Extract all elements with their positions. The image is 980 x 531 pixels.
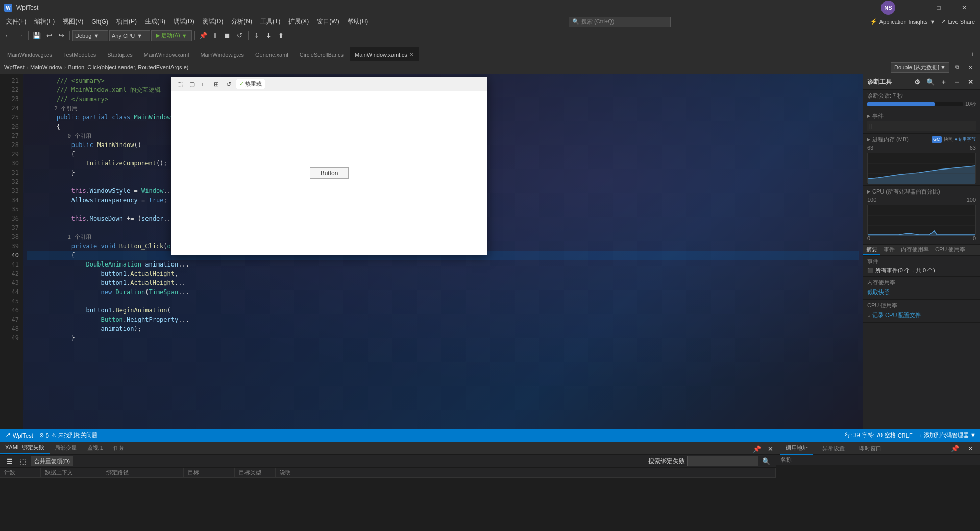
close-button[interactable]: ✕	[952, 0, 976, 15]
tab-exceptions[interactable]: 异常设置	[817, 442, 850, 455]
tb-forward[interactable]: →	[14, 30, 26, 41]
add-code-button[interactable]: + 添加到代码管理器 ▼	[919, 431, 976, 439]
hot-reload-check-icon: ✓	[239, 81, 244, 87]
diag-close-icon[interactable]: ✕	[965, 76, 976, 87]
diag-tab-summary[interactable]: 摘要	[863, 245, 880, 255]
tab-call-addr[interactable]: 调用地址	[780, 442, 813, 455]
line-num: 47	[0, 315, 19, 324]
tab-testmodel[interactable]: TestModel.cs	[58, 47, 101, 61]
bottom-area: XAML 绑定失败 局部变量 监视 1 任务 📌 ✕ ☰ ⬚ 合并重复项(D) …	[0, 442, 980, 531]
start-debug-button[interactable]: ▶ 启动(A) ▼	[151, 30, 192, 41]
exceptions-label: 异常设置	[822, 445, 845, 452]
diag-zoom-out-icon[interactable]: −	[951, 76, 963, 87]
menu-test[interactable]: 测试(D)	[199, 15, 228, 28]
menu-view[interactable]: 视图(V)	[59, 15, 87, 28]
bottom-panel-close-icon[interactable]: ✕	[765, 443, 776, 454]
errors-status[interactable]: ⊗ 0 ⚠ 未找到相关问题	[39, 431, 97, 439]
breadcrumb-project[interactable]: WpfTest	[4, 64, 24, 70]
tab-close-icon[interactable]: ✕	[409, 52, 413, 57]
menu-debug[interactable]: 调试(D)	[169, 15, 199, 28]
binding-toolbar-menu-icon[interactable]: ☰	[4, 455, 15, 467]
tab-immediate[interactable]: 即时窗口	[854, 442, 887, 455]
diag-tab-events[interactable]: 事件	[880, 245, 898, 255]
tb-step-into[interactable]: ⬇	[263, 30, 275, 41]
wpf-hot-reload-button[interactable]: ✓ 热重载	[236, 79, 265, 89]
binding-toolbar-filter-icon[interactable]: ⬚	[17, 455, 29, 467]
breadcrumb-class[interactable]: MainWindow	[30, 64, 62, 70]
wpf-demo-button[interactable]: Button	[310, 167, 349, 179]
tab-generic-xaml[interactable]: Generic.xaml	[250, 47, 293, 61]
debug-config-dropdown[interactable]: Debug ▼	[72, 30, 108, 41]
menu-build[interactable]: 生成(B)	[141, 15, 169, 28]
diag-settings-icon[interactable]: ⚙	[912, 76, 923, 87]
tab-mainwindow-g[interactable]: MainWindow.g.cs	[195, 47, 249, 61]
tab-mainwindow-xaml-cs[interactable]: MainWindow.xaml.cs ✕	[350, 47, 419, 61]
bottom-panel-pin-icon[interactable]: 📌	[751, 443, 763, 454]
menu-window[interactable]: 窗口(W)	[313, 15, 343, 28]
line-num: 29	[0, 150, 19, 159]
session-label: 诊断会话: 7 秒	[867, 92, 976, 100]
tb-break[interactable]: ⏸	[210, 30, 221, 41]
binding-search-input[interactable]	[687, 456, 758, 466]
tb-restart[interactable]: ↺	[234, 30, 246, 41]
git-branch-status[interactable]: ⎇ WpfTest	[4, 432, 33, 439]
cpu-dropdown[interactable]: Any CPU ▼	[109, 30, 150, 41]
tab-circlescroll[interactable]: CircleScrollBar.cs	[295, 47, 349, 61]
new-tab-button[interactable]: +	[967, 48, 978, 59]
line-num: 30	[0, 159, 19, 168]
menu-help[interactable]: 帮助(H)	[344, 15, 373, 28]
menu-edit[interactable]: 编辑(E)	[30, 15, 59, 28]
breadcrumb-method[interactable]: Button_Click(object sender, RoutedEventA…	[68, 64, 188, 70]
tab-locals[interactable]: 局部变量	[50, 442, 82, 454]
binding-search-icon[interactable]: 🔍	[761, 455, 772, 467]
tb-step-out[interactable]: ⬆	[276, 30, 287, 41]
wpf-tb-inspect[interactable]: ⬚	[175, 79, 185, 89]
menu-file[interactable]: 文件(F)	[2, 15, 30, 28]
wpf-tb-refresh[interactable]: ↺	[224, 79, 234, 89]
menu-git[interactable]: Git(G)	[87, 15, 112, 28]
tab-mainwindow-xaml[interactable]: MainWindow.xaml	[139, 47, 194, 61]
tab-mainwindow-gi[interactable]: MainWindow.gi.cs	[2, 47, 57, 61]
menu-tools[interactable]: 工具(T)	[256, 15, 284, 28]
tb-step-over[interactable]: ⤵	[251, 30, 262, 41]
applied-pin-icon[interactable]: 📌	[949, 443, 961, 454]
line-num: 22	[0, 85, 19, 94]
wpf-tb-tree[interactable]: ⊞	[211, 79, 222, 89]
diag-tab-memory[interactable]: 内存使用率	[898, 245, 932, 255]
live-share-button[interactable]: ↗ Live Share	[938, 18, 978, 25]
method-dropdown[interactable]: Double [从元数据] ▼	[891, 62, 949, 73]
git-icon: ⎇	[4, 432, 11, 439]
svg-rect-4	[868, 205, 975, 236]
close-editor-button[interactable]: ✕	[965, 62, 976, 73]
tb-undo[interactable]: ↩	[43, 30, 55, 41]
minimize-button[interactable]: —	[901, 0, 925, 15]
wpf-tb-select[interactable]: ▢	[187, 79, 197, 89]
snapshot-link[interactable]: 截取快照	[867, 287, 976, 297]
app-insights-button[interactable]: ⚡ Application Insights ▼	[867, 18, 939, 25]
tb-save-all[interactable]: 💾	[31, 30, 42, 41]
tab-watch[interactable]: 监视 1	[82, 442, 108, 454]
menu-project[interactable]: 项目(P)	[112, 15, 141, 28]
maximize-button[interactable]: □	[927, 0, 950, 15]
tb-sep-2	[69, 31, 70, 40]
menu-analyze[interactable]: 分析(N)	[227, 15, 256, 28]
wpf-tb-box[interactable]: □	[199, 79, 209, 89]
tab-label: MainWindow.gi.cs	[7, 52, 52, 58]
diag-search-icon[interactable]: 🔍	[925, 76, 936, 87]
menu-extensions[interactable]: 扩展(X)	[284, 15, 313, 28]
tab-xaml-binding[interactable]: XAML 绑定失败	[0, 442, 50, 454]
applied-close-icon[interactable]: ✕	[965, 443, 976, 454]
memory-values-row: 63 63	[867, 144, 976, 151]
diag-tab-cpu[interactable]: CPU 使用率	[932, 245, 968, 255]
tb-pin[interactable]: 📌	[198, 30, 209, 41]
merge-duplicates-button[interactable]: 合并重复项(D)	[31, 456, 74, 466]
cpu-profile-link[interactable]: 记录 CPU 配置文件	[872, 310, 921, 320]
diag-zoom-in-icon[interactable]: +	[938, 76, 949, 87]
tb-redo[interactable]: ↪	[56, 30, 67, 41]
tab-startup[interactable]: Startup.cs	[102, 47, 138, 61]
diag-cpu-section: ▶ CPU (所有处理器的百分比) 100 100 0 0	[863, 186, 980, 245]
split-editor-button[interactable]: ⧉	[951, 62, 963, 73]
tb-stop[interactable]: ⏹	[222, 30, 233, 41]
tb-back[interactable]: ←	[2, 30, 13, 41]
tab-tasks[interactable]: 任务	[108, 442, 130, 454]
